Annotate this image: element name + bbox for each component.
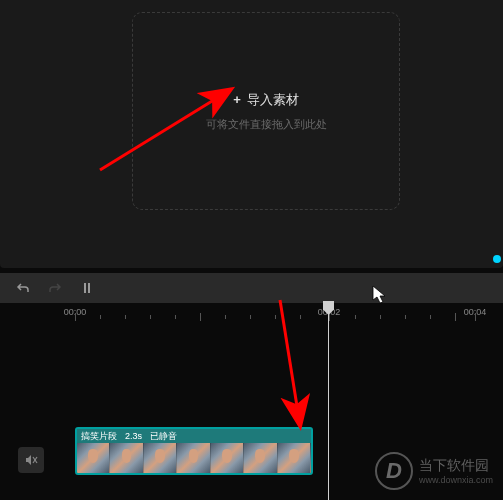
redo-icon (48, 281, 62, 295)
thumbnail (177, 443, 210, 473)
tick (455, 313, 456, 321)
split-button[interactable] (76, 277, 98, 299)
svg-line-4 (100, 90, 230, 170)
thumbnail (244, 443, 277, 473)
annotation-arrow-1 (90, 80, 270, 180)
tick (355, 315, 356, 319)
thumbnail (110, 443, 143, 473)
watermark-url: www.downxia.com (419, 475, 493, 485)
tick (150, 315, 151, 319)
tick (175, 315, 176, 319)
tick (380, 315, 381, 319)
tick (430, 315, 431, 319)
speaker-muted-icon (24, 453, 38, 467)
undo-button[interactable] (12, 277, 34, 299)
undo-icon (16, 281, 30, 295)
clip-duration: 2.3s (125, 431, 142, 441)
svg-line-5 (280, 300, 300, 425)
svg-rect-1 (88, 283, 90, 293)
watermark-logo: D (375, 452, 413, 490)
mouse-cursor-icon (372, 285, 388, 305)
tick (405, 315, 406, 319)
thumbnail (278, 443, 311, 473)
svg-rect-0 (84, 283, 86, 293)
redo-button[interactable] (44, 277, 66, 299)
watermark: D 当下软件园 www.downxia.com (375, 452, 493, 490)
clip-status: 已静音 (150, 430, 177, 443)
annotation-arrow-2 (250, 295, 350, 445)
tick (225, 315, 226, 319)
tick (100, 315, 101, 319)
clip-thumbnails (77, 443, 311, 473)
split-icon (80, 281, 94, 295)
indicator-dot (493, 255, 501, 263)
thumbnail (211, 443, 244, 473)
watermark-text: 当下软件园 www.downxia.com (419, 457, 493, 485)
tick (200, 313, 201, 321)
tick (75, 313, 76, 321)
tick (125, 315, 126, 319)
tick (475, 313, 476, 321)
track-mute-button[interactable] (18, 447, 44, 473)
thumbnail (144, 443, 177, 473)
watermark-name: 当下软件园 (419, 457, 493, 475)
clip-name: 搞笑片段 (81, 430, 117, 443)
thumbnail (77, 443, 110, 473)
